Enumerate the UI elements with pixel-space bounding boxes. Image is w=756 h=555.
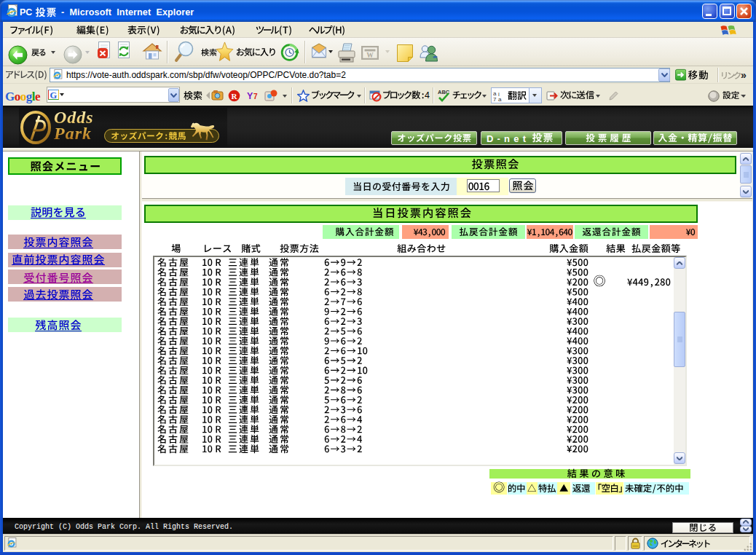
svg-text:W: W (366, 52, 374, 59)
svg-text:a: a (498, 96, 502, 101)
svg-text:R: R (232, 92, 238, 101)
svg-text:7: 7 (493, 96, 497, 101)
svg-text:7: 7 (253, 92, 258, 101)
svg-text:Y: Y (247, 91, 253, 101)
